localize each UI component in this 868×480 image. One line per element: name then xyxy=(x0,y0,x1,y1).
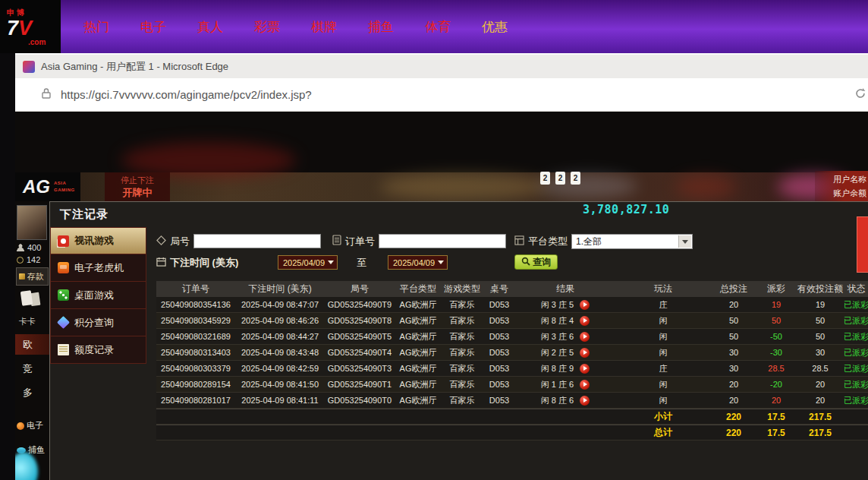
payout-cell: 28.5 xyxy=(756,364,797,373)
menu-item-points[interactable]: 积分查询 xyxy=(50,309,146,336)
payout-cell: 20 xyxy=(756,396,797,405)
date-from-value: 2025/04/09 xyxy=(283,258,325,267)
payout-cell: -20 xyxy=(756,380,797,389)
menu-item-records[interactable]: 额度记录 xyxy=(50,336,146,364)
result-text: 闲 8 庄 4 xyxy=(541,315,574,327)
replay-button[interactable] xyxy=(580,380,590,390)
avatar[interactable] xyxy=(17,205,47,240)
total-bet-cell: 20 xyxy=(712,300,756,309)
game-status-panel: 停止下注 开牌中 xyxy=(105,172,170,201)
replay-button[interactable] xyxy=(580,332,590,342)
chevron-down-icon xyxy=(328,261,334,264)
play-type-cell: 闲 xyxy=(615,347,712,358)
table-no-cell: D053 xyxy=(483,316,516,325)
table-no-cell: D053 xyxy=(483,348,516,357)
menu-item-label: 积分查询 xyxy=(74,316,114,330)
browser-urlbar: https://gci.7vvvvvv.com/agingame/pcv2/in… xyxy=(15,78,868,112)
platform-select[interactable]: 1.全部 xyxy=(571,234,693,249)
game-type-cell: 百家乐 xyxy=(442,395,483,406)
column-header: 有效投注额 xyxy=(797,283,844,295)
query-button-label: 查询 xyxy=(533,256,551,269)
url-text[interactable]: https://gci.7vvvvvv.com/agingame/pcv2/in… xyxy=(61,88,845,101)
table-no-cell: D053 xyxy=(483,364,516,373)
result-text: 闲 3 庄 6 xyxy=(541,331,574,343)
query-button[interactable]: 查询 xyxy=(514,254,558,270)
play-type-cell: 庄 xyxy=(615,299,712,311)
browser-titlebar[interactable]: Asia Gaming - 用户配置 1 - Microsoft Edge xyxy=(15,55,868,78)
screen: 申博 7V .com 热门电子真人彩票棋牌捕鱼体育优惠 Asia Gaming … xyxy=(0,0,868,480)
round-number-input[interactable] xyxy=(193,234,321,248)
nav-item-fishing[interactable]: 捕鱼 xyxy=(368,18,394,36)
summary-valid-bet: 217.5 xyxy=(797,428,844,438)
subtotal-row: 小计22017.5217.5 xyxy=(156,409,868,425)
play-type-cell: 闲 xyxy=(615,315,712,327)
user-name-label: 用户名称 xyxy=(815,174,866,185)
hall-tab-duo[interactable]: 多 xyxy=(23,386,33,399)
nav-item-hot[interactable]: 热门 xyxy=(83,18,109,36)
site-logo[interactable]: 申博 7V .com xyxy=(0,0,61,53)
game-tab-label: 电子 xyxy=(27,420,43,431)
replay-button[interactable] xyxy=(580,316,590,326)
nav-item-live[interactable]: 真人 xyxy=(197,18,223,36)
nav-item-slots[interactable]: 电子 xyxy=(140,18,166,36)
reload-icon[interactable] xyxy=(854,87,866,103)
valid-bet-cell: 19 xyxy=(797,300,844,309)
card-value: 2 xyxy=(540,172,550,185)
stop-betting-label: 停止下注 xyxy=(121,175,154,186)
bet-time-cell: 2025-04-09 08:42:59 xyxy=(235,364,325,373)
lock-icon[interactable] xyxy=(41,87,52,103)
bet-time-label-group: 下注时间 (美东) xyxy=(156,256,238,270)
date-from-picker[interactable]: 2025/04/09 xyxy=(278,255,338,270)
column-header: 平台类型 xyxy=(395,283,442,295)
card-value: 2 xyxy=(571,172,580,185)
logo-vee: V xyxy=(18,17,32,39)
result-text: 闲 8 庄 6 xyxy=(541,395,574,406)
bet-time-cell: 2025-04-09 08:41:50 xyxy=(235,380,325,389)
order-number-input[interactable] xyxy=(379,234,506,248)
chevron-down-icon xyxy=(678,235,691,248)
column-header: 派彩 xyxy=(756,283,797,295)
column-header: 订单号 xyxy=(156,283,235,295)
nav-item-chess[interactable]: 棋牌 xyxy=(311,18,337,36)
game-tab-slots[interactable]: 电子 xyxy=(17,420,43,431)
rail-stat-value: 400 xyxy=(27,243,41,252)
nav-item-promo[interactable]: 优惠 xyxy=(482,18,508,36)
scene-glow-gold xyxy=(379,174,546,200)
replay-button[interactable] xyxy=(580,300,590,310)
nav-item-sports[interactable]: 体育 xyxy=(425,18,451,36)
nav-item-lottery[interactable]: 彩票 xyxy=(254,18,280,36)
menu-item-label: 桌面游戏 xyxy=(74,289,114,302)
account-balance-label: 账户余额 xyxy=(815,188,866,199)
deposit-button[interactable]: 存款 xyxy=(16,267,49,286)
replay-button[interactable] xyxy=(580,396,590,406)
game-type-cell: 百家乐 xyxy=(442,299,483,311)
hall-tab-jing[interactable]: 竞 xyxy=(23,362,33,376)
platform-filter-group: 平台类型 1.全部 xyxy=(514,234,693,249)
order-id-cell: 250409080289154 xyxy=(156,380,235,389)
gold-icon xyxy=(19,273,25,279)
status-cell: 已派彩 xyxy=(844,363,868,374)
date-to-picker[interactable]: 2025/04/09 xyxy=(388,255,448,270)
payout-cell: 19 xyxy=(756,300,797,309)
total-bet-cell: 20 xyxy=(712,380,756,389)
platform-selected-value: 1.全部 xyxy=(576,235,602,248)
browser-favicon-icon xyxy=(23,61,35,73)
replay-button[interactable] xyxy=(580,348,590,358)
column-header: 总投注 xyxy=(712,283,756,295)
menu-item-table[interactable]: 桌面游戏 xyxy=(50,282,146,309)
status-cell: 已派彩 xyxy=(844,347,868,358)
hall-tab-europe[interactable]: 欧 xyxy=(15,334,49,355)
bet-time-cell: 2025-04-09 08:47:07 xyxy=(235,300,325,309)
table-row: 2504090803033792025-04-09 08:42:59GD0532… xyxy=(156,361,868,377)
table-row: 2504090803459292025-04-09 08:46:26GD0532… xyxy=(156,313,868,329)
table-info-side-tab[interactable] xyxy=(857,216,868,273)
browser-window-title: Asia Gaming - 用户配置 1 - Microsoft Edge xyxy=(41,60,228,74)
magnifier-icon xyxy=(521,255,530,269)
valid-bet-cell: 20 xyxy=(797,396,844,405)
chevron-down-icon xyxy=(438,261,444,264)
replay-button[interactable] xyxy=(580,364,590,374)
valid-bet-cell: 50 xyxy=(797,332,844,341)
table-header-row: 订单号下注时间 (美东)局号平台类型游戏类型桌号结果玩法总投注派彩有效投注额状态 xyxy=(156,281,868,297)
dealt-cards: 222 xyxy=(540,172,580,185)
round-id-cell: GD053254090T4 xyxy=(325,348,395,357)
